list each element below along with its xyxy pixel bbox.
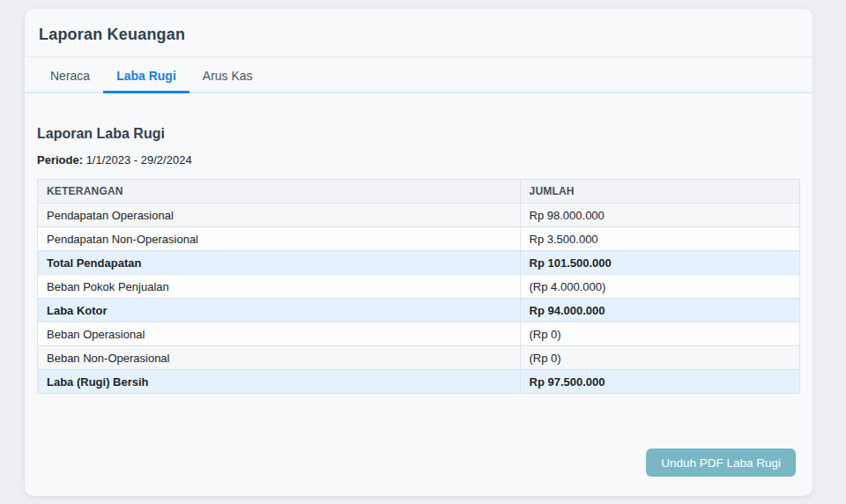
card-header: Laporan Keuangan xyxy=(25,9,813,57)
row-value: Rp 97.500.000 xyxy=(520,370,799,394)
table-header-row: KETERANGAN JUMLAH xyxy=(38,180,800,204)
table-row: Pendapatan Non-OperasionalRp 3.500.000 xyxy=(38,227,800,251)
table-row: Beban Pokok Penjualan(Rp 4.000.000) xyxy=(38,275,800,299)
row-label: Total Pendapatan xyxy=(38,251,521,275)
table-row: Beban Operasional(Rp 0) xyxy=(38,322,800,346)
report-section-title: Laporan Laba Rugi xyxy=(37,126,800,142)
row-label: Beban Pokok Penjualan xyxy=(38,275,521,299)
period-value: 1/1/2023 - 29/2/2024 xyxy=(83,153,192,167)
column-header-jumlah: JUMLAH xyxy=(520,180,799,204)
tab-neraca[interactable]: Neraca xyxy=(37,57,103,93)
card-footer: Unduh PDF Laba Rugi xyxy=(37,448,800,477)
report-content: Laporan Laba Rugi Periode: 1/1/2023 - 29… xyxy=(25,126,813,477)
row-label: Beban Non-Operasional xyxy=(38,346,521,370)
row-label: Pendapatan Non-Operasional xyxy=(38,227,521,251)
profit-loss-table: KETERANGAN JUMLAH Pendapatan Operasional… xyxy=(37,179,800,394)
row-value: (Rp 0) xyxy=(520,346,799,370)
row-value: Rp 94.000.000 xyxy=(520,299,799,322)
report-period: Periode: 1/1/2023 - 29/2/2024 xyxy=(37,153,800,167)
row-value: Rp 3.500.000 xyxy=(520,227,799,251)
row-value: (Rp 0) xyxy=(520,322,799,346)
download-pdf-button[interactable]: Unduh PDF Laba Rugi xyxy=(646,448,796,477)
row-value: Rp 98.000.000 xyxy=(520,204,799,227)
tab-laba-rugi[interactable]: Laba Rugi xyxy=(103,57,189,93)
financial-report-card: Laporan Keuangan NeracaLaba RugiArus Kas… xyxy=(25,9,813,496)
row-label: Laba Kotor xyxy=(38,299,521,322)
table-row: Beban Non-Operasional(Rp 0) xyxy=(38,346,800,370)
report-tabs: NeracaLaba RugiArus Kas xyxy=(25,57,813,93)
row-label: Pendapatan Operasional xyxy=(38,204,521,227)
period-label: Periode: xyxy=(37,153,83,167)
table-row: Pendapatan OperasionalRp 98.000.000 xyxy=(38,204,800,227)
row-value: Rp 101.500.000 xyxy=(520,251,799,275)
table-row: Laba KotorRp 94.000.000 xyxy=(38,299,800,322)
row-label: Beban Operasional xyxy=(38,322,521,346)
column-header-keterangan: KETERANGAN xyxy=(38,180,521,204)
row-label: Laba (Rugi) Bersih xyxy=(38,370,521,394)
page-title: Laporan Keuangan xyxy=(39,26,798,44)
table-row: Total PendapatanRp 101.500.000 xyxy=(38,251,800,275)
tab-arus-kas[interactable]: Arus Kas xyxy=(189,57,266,93)
table-row: Laba (Rugi) BersihRp 97.500.000 xyxy=(38,370,800,394)
row-value: (Rp 4.000.000) xyxy=(520,275,799,299)
